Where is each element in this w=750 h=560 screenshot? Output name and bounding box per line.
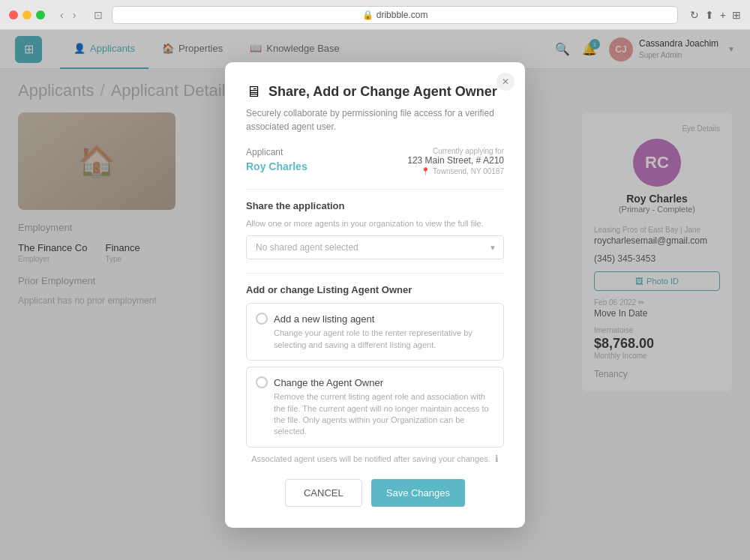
radio-label-1: Add a new listing agent bbox=[274, 313, 374, 325]
url-text: dribbble.com bbox=[376, 10, 428, 20]
cancel-button[interactable]: CANCEL bbox=[285, 479, 362, 507]
modal-subtitle: Securely collaborate by permissioning fi… bbox=[246, 106, 504, 133]
share-section-title: Share the application bbox=[246, 200, 504, 211]
share-section-desc: Allow one or more agents in your organiz… bbox=[246, 219, 504, 228]
radio-option-2-header: Change the Agent Owner bbox=[256, 376, 494, 388]
modal-divider-2 bbox=[246, 273, 504, 274]
modal-applicant-label: Applicant bbox=[246, 147, 308, 157]
browser-dots bbox=[9, 10, 45, 19]
modal: ✕ 🖥 Share, Add or Change Agent Owner Sec… bbox=[225, 62, 525, 527]
window-toggle[interactable]: ⊡ bbox=[91, 7, 106, 22]
notification-text: Associated agent users will be notified … bbox=[251, 454, 490, 463]
app-container: ⊞ 👤 Applicants 🏠 Properties 📖 Knowledge … bbox=[0, 30, 750, 560]
radio-option-new-agent[interactable]: Add a new listing agent Change your agen… bbox=[246, 303, 504, 361]
refresh-button[interactable]: ↻ bbox=[690, 9, 699, 21]
radio-desc-2: Remove the current listing agent role an… bbox=[256, 391, 494, 438]
new-tab-button[interactable]: + bbox=[720, 9, 726, 21]
modal-title: Share, Add or Change Agent Owner bbox=[268, 84, 497, 100]
radio-circle-1[interactable] bbox=[256, 313, 268, 325]
modal-icon: 🖥 bbox=[246, 83, 261, 100]
radio-option-change-owner[interactable]: Change the Agent Owner Remove the curren… bbox=[246, 367, 504, 448]
share-section: Share the application Allow one or more … bbox=[246, 200, 504, 259]
share-button[interactable]: ⬆ bbox=[705, 9, 714, 21]
browser-actions: ↻ ⬆ + ⊞ bbox=[690, 9, 741, 21]
dot-yellow[interactable] bbox=[22, 10, 32, 19]
dot-green[interactable] bbox=[36, 10, 45, 19]
modal-applicant-name: Roy Charles bbox=[246, 160, 308, 172]
radio-desc-1: Change your agent role to the renter rep… bbox=[256, 328, 494, 351]
modal-applicant-left: Applicant Roy Charles bbox=[246, 147, 308, 172]
radio-option-1-header: Add a new listing agent bbox=[256, 313, 494, 325]
info-icon: ℹ bbox=[495, 454, 499, 464]
sidebar-button[interactable]: ⊞ bbox=[732, 9, 741, 21]
modal-header: 🖥 Share, Add or Change Agent Owner bbox=[246, 83, 504, 100]
modal-actions: CANCEL Save Changes bbox=[246, 479, 504, 507]
forward-button[interactable]: › bbox=[70, 7, 80, 22]
address-bar[interactable]: 🔒 dribbble.com bbox=[112, 6, 677, 24]
radio-circle-2[interactable] bbox=[256, 376, 268, 388]
location-icon: 📍 bbox=[421, 167, 430, 175]
dot-red[interactable] bbox=[9, 10, 18, 19]
modal-applicant-right: Currently applying for 123 Main Street, … bbox=[407, 147, 504, 175]
modal-applying-label: Currently applying for bbox=[407, 147, 504, 155]
change-section: Add or change Listing Agent Owner Add a … bbox=[246, 284, 504, 447]
modal-divider-1 bbox=[246, 189, 504, 190]
agent-select-wrapper: No shared agent selected ▼ bbox=[246, 235, 504, 259]
browser-chrome: ‹ › ⊡ 🔒 dribbble.com ↻ ⬆ + ⊞ bbox=[0, 0, 750, 30]
browser-nav: ‹ › bbox=[57, 7, 79, 22]
back-button[interactable]: ‹ bbox=[57, 7, 67, 22]
agent-select[interactable]: No shared agent selected bbox=[246, 235, 504, 259]
modal-city: 📍 Townsend, NY 00187 bbox=[407, 167, 504, 175]
modal-address: 123 Main Street, # A210 bbox=[407, 155, 504, 166]
change-section-title: Add or change Listing Agent Owner bbox=[246, 284, 504, 295]
save-button[interactable]: Save Changes bbox=[371, 479, 465, 507]
notification-row: Associated agent users will be notified … bbox=[246, 454, 504, 464]
modal-close-button[interactable]: ✕ bbox=[496, 73, 514, 91]
modal-overlay[interactable]: ✕ 🖥 Share, Add or Change Agent Owner Sec… bbox=[0, 30, 750, 560]
modal-applicant-info: Applicant Roy Charles Currently applying… bbox=[246, 147, 504, 175]
radio-label-2: Change the Agent Owner bbox=[274, 377, 383, 388]
lock-icon: 🔒 bbox=[362, 10, 374, 20]
